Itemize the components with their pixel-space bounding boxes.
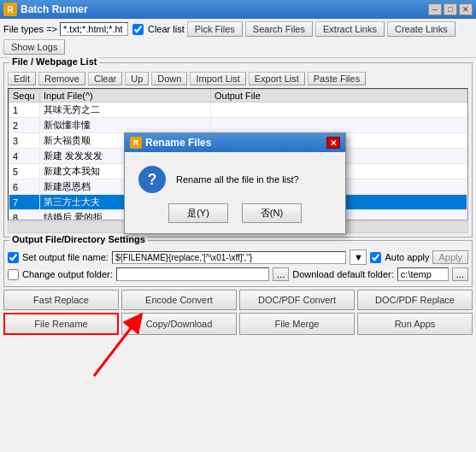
- dialog-title-bar: R Rename Files ✕: [125, 133, 345, 152]
- dialog-close-button[interactable]: ✕: [326, 137, 340, 149]
- dialog-buttons: 是(Y) 否(N): [125, 203, 345, 233]
- dialog-message: Rename all the file in the list?: [176, 174, 299, 185]
- question-icon: ?: [138, 166, 166, 193]
- dialog-overlay: R Rename Files ✕ ? Rename all the file i…: [0, 0, 476, 452]
- dialog-app-icon: R: [130, 137, 142, 149]
- dialog-yes-button[interactable]: 是(Y): [168, 203, 228, 223]
- dialog-body: ? Rename all the file in the list?: [125, 152, 345, 203]
- rename-dialog: R Rename Files ✕ ? Rename all the file i…: [124, 132, 346, 234]
- dialog-title-text: Rename Files: [145, 137, 211, 149]
- dialog-no-button[interactable]: 否(N): [242, 203, 302, 223]
